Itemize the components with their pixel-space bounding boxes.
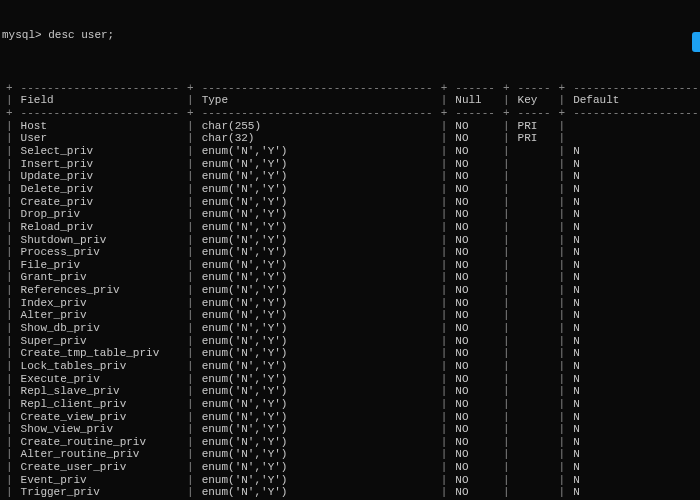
cell-type: enum('N','Y') — [198, 309, 437, 322]
table-row: |Select_priv|enum('N','Y')|NO||N|| — [2, 145, 700, 158]
table-row: |Insert_priv|enum('N','Y')|NO||N|| — [2, 158, 700, 171]
cell-key — [514, 398, 555, 411]
cell-type: enum('N','Y') — [198, 423, 437, 436]
cell-default: N — [569, 486, 700, 499]
cell-field: Delete_priv — [17, 183, 183, 196]
cell-default: N — [569, 385, 700, 398]
cell-default: N — [569, 347, 700, 360]
cell-null: NO — [451, 234, 499, 247]
cell-key — [514, 436, 555, 449]
table-row: |Event_priv|enum('N','Y')|NO||N|| — [2, 474, 700, 487]
cell-key — [514, 373, 555, 386]
cell-type: enum('N','Y') — [198, 322, 437, 335]
table-row: |Show_view_priv|enum('N','Y')|NO||N|| — [2, 423, 700, 436]
cell-type: enum('N','Y') — [198, 158, 437, 171]
table-row: |Create_priv|enum('N','Y')|NO||N|| — [2, 196, 700, 209]
cell-null: NO — [451, 486, 499, 499]
table-row: |Repl_client_priv|enum('N','Y')|NO||N|| — [2, 398, 700, 411]
cell-key — [514, 259, 555, 272]
cell-null: NO — [451, 120, 499, 133]
table-row: |Repl_slave_priv|enum('N','Y')|NO||N|| — [2, 385, 700, 398]
cell-type: enum('N','Y') — [198, 246, 437, 259]
cell-key — [514, 196, 555, 209]
cell-null: NO — [451, 145, 499, 158]
cell-field: Create_priv — [17, 196, 183, 209]
cell-default: N — [569, 297, 700, 310]
cell-default: N — [569, 246, 700, 259]
cell-field: Create_view_priv — [17, 411, 183, 424]
cell-field: Super_priv — [17, 335, 183, 348]
cell-type: enum('N','Y') — [198, 385, 437, 398]
cell-key: PRI — [514, 120, 555, 133]
side-widget-icon[interactable] — [692, 32, 700, 52]
cell-null: NO — [451, 347, 499, 360]
cell-null: NO — [451, 373, 499, 386]
table-row: |Create_view_priv|enum('N','Y')|NO||N|| — [2, 411, 700, 424]
sql-prompt: mysql> desc user; — [2, 29, 698, 42]
cell-field: Select_priv — [17, 145, 183, 158]
cell-default — [569, 132, 700, 145]
cell-key — [514, 309, 555, 322]
cell-default: N — [569, 373, 700, 386]
cell-type: enum('N','Y') — [198, 297, 437, 310]
cell-key — [514, 486, 555, 499]
cell-null: NO — [451, 208, 499, 221]
cell-key — [514, 221, 555, 234]
cell-default: N — [569, 196, 700, 209]
cell-default: N — [569, 423, 700, 436]
cell-null: NO — [451, 132, 499, 145]
cell-default: N — [569, 474, 700, 487]
cell-field: User — [17, 132, 183, 145]
cell-type: enum('N','Y') — [198, 436, 437, 449]
cell-default: N — [569, 411, 700, 424]
table-row: |User|char(32)|NO|PRI||| — [2, 132, 700, 145]
cell-null: NO — [451, 158, 499, 171]
cell-null: NO — [451, 284, 499, 297]
cell-default: N — [569, 335, 700, 348]
table-row: |Create_user_priv|enum('N','Y')|NO||N|| — [2, 461, 700, 474]
cell-type: enum('N','Y') — [198, 411, 437, 424]
cell-default: N — [569, 271, 700, 284]
table-row: |Drop_priv|enum('N','Y')|NO||N|| — [2, 208, 700, 221]
table-row: |Grant_priv|enum('N','Y')|NO||N|| — [2, 271, 700, 284]
cell-key — [514, 234, 555, 247]
cell-type: char(255) — [198, 120, 437, 133]
cell-type: enum('N','Y') — [198, 373, 437, 386]
cell-field: Shutdown_priv — [17, 234, 183, 247]
table-row: |Reload_priv|enum('N','Y')|NO||N|| — [2, 221, 700, 234]
cell-field: Create_user_priv — [17, 461, 183, 474]
cell-field: Grant_priv — [17, 271, 183, 284]
cell-key — [514, 360, 555, 373]
table-row: |Shutdown_priv|enum('N','Y')|NO||N|| — [2, 234, 700, 247]
cell-key — [514, 322, 555, 335]
cell-key — [514, 297, 555, 310]
cell-type: enum('N','Y') — [198, 170, 437, 183]
header-field: Field — [17, 94, 183, 107]
cell-key — [514, 284, 555, 297]
cell-field: Alter_priv — [17, 309, 183, 322]
cell-key — [514, 271, 555, 284]
cell-key — [514, 474, 555, 487]
cell-field: Execute_priv — [17, 373, 183, 386]
cell-field: Drop_priv — [17, 208, 183, 221]
cell-key — [514, 145, 555, 158]
cell-null: NO — [451, 170, 499, 183]
cell-key — [514, 183, 555, 196]
cell-default: N — [569, 436, 700, 449]
cell-default: N — [569, 145, 700, 158]
cell-field: Update_priv — [17, 170, 183, 183]
cell-default: N — [569, 461, 700, 474]
table-row: |File_priv|enum('N','Y')|NO||N|| — [2, 259, 700, 272]
cell-default — [569, 120, 700, 133]
cell-field: Event_priv — [17, 474, 183, 487]
cell-null: NO — [451, 322, 499, 335]
cell-field: Repl_slave_priv — [17, 385, 183, 398]
table-border-top: +------------------------ +-------------… — [2, 82, 700, 95]
cell-null: NO — [451, 436, 499, 449]
describe-table: +------------------------ +-------------… — [2, 82, 700, 500]
table-row: |Delete_priv|enum('N','Y')|NO||N|| — [2, 183, 700, 196]
header-null: Null — [451, 94, 499, 107]
cell-type: enum('N','Y') — [198, 461, 437, 474]
cell-null: NO — [451, 423, 499, 436]
cell-field: Insert_priv — [17, 158, 183, 171]
